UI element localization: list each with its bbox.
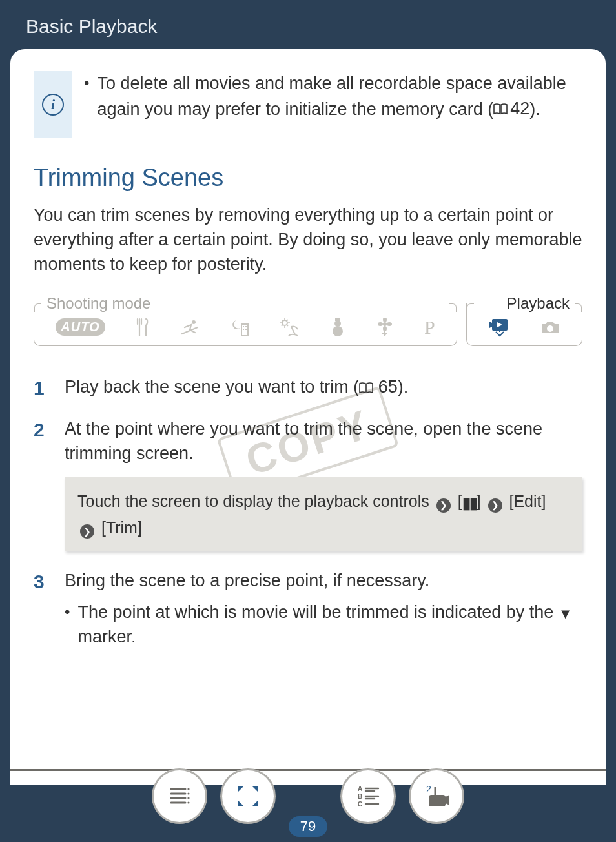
svg-rect-4: [243, 329, 244, 330]
book-icon: [359, 382, 373, 394]
auto-mode-icon: AUTO: [56, 318, 105, 336]
trim-marker-icon: ▼: [559, 604, 573, 624]
svg-point-17: [547, 325, 553, 332]
svg-point-14: [387, 322, 392, 326]
menu-lines-icon: [166, 783, 193, 810]
step-3: Bring the scene to a precise point, if n…: [34, 568, 582, 649]
svg-marker-29: [252, 800, 258, 806]
step2-text: At the point where you want to trim the …: [65, 419, 542, 463]
flower-icon: [376, 318, 394, 337]
toc-button[interactable]: [152, 768, 207, 824]
page-ref-number: 65: [378, 377, 398, 396]
bullet-dot: •: [65, 600, 70, 650]
info-text: To delete all movies and make all record…: [97, 71, 582, 122]
svg-marker-28: [238, 800, 244, 806]
callout-pre: Touch the screen to display the playback…: [77, 492, 429, 510]
badge-2-text: 2: [426, 784, 431, 794]
step-2: At the point where you want to trim the …: [34, 416, 582, 552]
info-icon: i: [42, 94, 64, 116]
svg-point-0: [192, 320, 196, 324]
step3-sub-post: marker.: [77, 627, 136, 646]
bracket-close: ]: [477, 492, 481, 510]
svg-point-7: [334, 320, 341, 327]
proceed-icon: ❯: [80, 524, 94, 539]
step2-callout: Touch the screen to display the playback…: [65, 477, 582, 551]
page-number-pill: 79: [289, 816, 327, 837]
footer-nav: 79 A B C 2: [0, 765, 616, 842]
svg-marker-26: [238, 786, 244, 792]
step3-text: Bring the scene to a precise point, if n…: [65, 571, 429, 590]
svg-rect-5: [245, 329, 247, 330]
svg-text:A: A: [358, 785, 362, 792]
svg-point-10: [383, 322, 387, 326]
page-ref-number: 42: [510, 96, 529, 121]
svg-point-22: [187, 788, 189, 790]
mode-bar: Shooting mode Playback AUTO: [34, 294, 582, 353]
snowman-icon: [329, 318, 346, 337]
cutlery-icon: [135, 318, 150, 337]
step3-sub-bullet: • The point at which is movie will be tr…: [65, 600, 582, 650]
proceed-icon: ❯: [488, 498, 502, 513]
program-mode-icon: P: [424, 316, 435, 338]
svg-rect-1: [241, 324, 248, 336]
svg-point-8: [333, 326, 343, 336]
svg-point-25: [187, 801, 189, 803]
info-text-post: ).: [529, 99, 540, 119]
skier-icon: [181, 318, 200, 336]
proceed-icon: ❯: [436, 498, 451, 513]
section-intro: You can trim scenes by removing everythi…: [34, 203, 582, 276]
pause-icon: ▮▮: [462, 491, 477, 515]
playback-mode-label: Playback: [503, 294, 573, 313]
book-icon: [493, 103, 508, 115]
svg-text:C: C: [358, 801, 362, 808]
camera-button[interactable]: 2: [409, 768, 464, 824]
steps-list: Play back the scene you want to trim ( 6…: [34, 375, 582, 649]
info-callout: i • To delete all movies and make all re…: [34, 71, 582, 138]
photo-playback-icon: [539, 319, 561, 336]
shooting-mode-label: Shooting mode: [43, 294, 154, 313]
edit-label: [Edit]: [509, 492, 546, 510]
abc-list-icon: A B C: [354, 783, 382, 809]
section-heading: Trimming Scenes: [34, 164, 582, 192]
page-ref-65: 65: [359, 377, 398, 396]
trim-label: [Trim]: [101, 519, 142, 537]
fullscreen-button[interactable]: [220, 768, 276, 824]
svg-point-6: [282, 320, 287, 325]
camcorder-icon: 2: [422, 783, 451, 809]
svg-rect-9: [335, 318, 340, 321]
svg-point-13: [378, 322, 383, 326]
svg-point-11: [383, 318, 387, 322]
page-ref-42: 42: [493, 96, 529, 121]
step1-post: ).: [398, 377, 409, 396]
svg-point-23: [187, 792, 189, 794]
svg-rect-3: [245, 326, 247, 327]
movie-playback-icon: [488, 318, 510, 337]
bracket-open: [: [458, 492, 462, 510]
step3-sub-pre: The point at which is movie will be trim…: [77, 602, 558, 622]
svg-text:B: B: [358, 793, 362, 800]
svg-point-24: [187, 797, 189, 799]
page-content: i • To delete all movies and make all re…: [10, 49, 606, 785]
svg-marker-27: [252, 786, 258, 792]
breadcrumb: Basic Playback: [0, 0, 616, 49]
expand-icon: [235, 783, 261, 809]
svg-rect-2: [243, 326, 244, 327]
info-icon-container: i: [34, 71, 72, 138]
bullet-dot: •: [84, 71, 89, 122]
step3-sublist: • The point at which is movie will be tr…: [65, 600, 582, 650]
step-1: Play back the scene you want to trim ( 6…: [34, 375, 582, 399]
index-button[interactable]: A B C: [340, 768, 396, 824]
beach-icon: [280, 318, 299, 337]
step1-pre: Play back the scene you want to trim (: [65, 377, 359, 396]
info-bullet-row: • To delete all movies and make all reco…: [84, 71, 582, 122]
night-building-icon: [231, 318, 250, 337]
